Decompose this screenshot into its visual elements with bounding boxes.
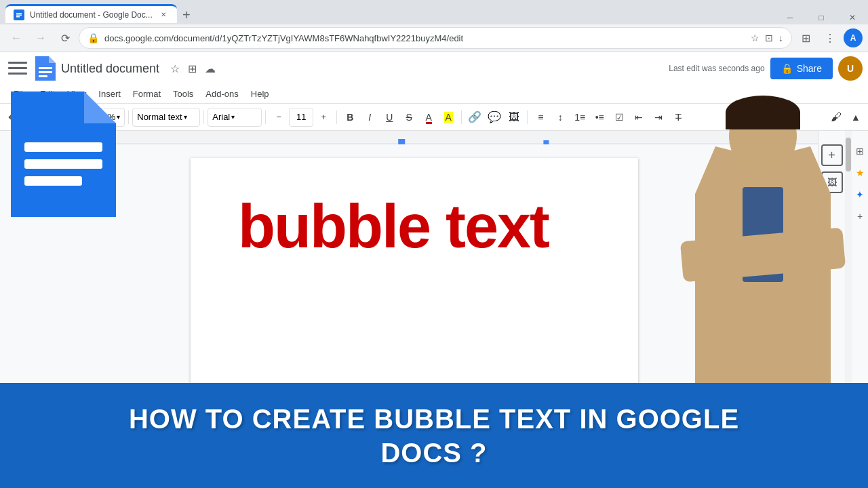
indent-decrease[interactable]: ⇤: [629, 108, 648, 127]
doc-scroll-area[interactable]: bubble text: [11, 144, 818, 384]
extensions-icon[interactable]: ⊞: [795, 27, 816, 49]
toolbar-expand[interactable]: ▲: [846, 108, 865, 127]
zoom-value: 100%: [93, 112, 115, 122]
menu-insert[interactable]: Insert: [93, 86, 126, 102]
redo-button[interactable]: ↪: [22, 108, 41, 127]
menu-help[interactable]: Help: [245, 86, 275, 102]
bookmark-icon[interactable]: ☆: [751, 33, 760, 43]
font-size-increase[interactable]: +: [314, 108, 333, 127]
back-button[interactable]: ←: [5, 27, 27, 49]
svg-rect-5: [8, 62, 27, 64]
menu-format[interactable]: Format: [127, 86, 166, 102]
highlight-color-button[interactable]: A: [439, 108, 458, 127]
comment-button[interactable]: 💬: [485, 108, 504, 127]
numbered-list-button[interactable]: 1≡: [570, 108, 589, 127]
star-icon[interactable]: ☆: [167, 60, 182, 78]
cloud-icon[interactable]: ☁: [202, 60, 218, 78]
panel-icon-2[interactable]: ★: [853, 166, 867, 180]
docs-logo[interactable]: [5, 56, 30, 81]
side-panel-icons: ⊞ ★ ✦ +: [852, 131, 868, 384]
svg-rect-13: [543, 140, 549, 144]
bottom-banner: HOW TO CREATE BUBBLE TEXT IN GOOGLE DOCS…: [0, 383, 868, 488]
user-avatar[interactable]: U: [838, 56, 863, 81]
share-button[interactable]: 🔒 Share: [770, 58, 833, 79]
save-icon[interactable]: ↓: [778, 33, 783, 43]
svg-rect-2: [16, 14, 22, 16]
line-spacing-button[interactable]: ↕: [551, 108, 570, 127]
zoom-selector[interactable]: 100% ▾: [88, 108, 125, 127]
spellcheck-button[interactable]: ✓: [62, 108, 81, 127]
docs-app: Untitled document ☆ ⊞ ☁ Last edit was se…: [0, 52, 868, 131]
cast-icon[interactable]: ⊡: [765, 33, 773, 43]
image-insert-button[interactable]: 🖼: [821, 171, 843, 193]
svg-rect-7: [8, 73, 27, 75]
svg-rect-6: [8, 67, 27, 69]
browser-chrome: Untitled document - Google Doc... ✕ + ─ …: [0, 0, 868, 52]
chrome-menu-icon[interactable]: ⋮: [819, 27, 841, 49]
font-chevron: ▾: [231, 113, 235, 121]
link-button[interactable]: 🔗: [465, 108, 484, 127]
bullet-list-button[interactable]: •≡: [590, 108, 609, 127]
docs-title-bar: Untitled document ☆ ⊞ ☁ Last edit was se…: [0, 52, 868, 85]
sep2: [128, 110, 129, 124]
sep1: [84, 110, 85, 124]
menu-tools[interactable]: Tools: [167, 86, 199, 102]
doc-content[interactable]: bubble text: [238, 192, 591, 262]
url-display: docs.google.com/document/d/1yQZTrTzYZTjV…: [104, 33, 745, 43]
panel-icon-4[interactable]: +: [853, 209, 867, 223]
vertical-scrollbar[interactable]: [845, 131, 852, 384]
font-size-field[interactable]: 11: [289, 108, 313, 127]
align-button[interactable]: ≡: [531, 108, 550, 127]
doc-title[interactable]: Untitled document: [61, 62, 159, 76]
image-button[interactable]: 🖼: [505, 108, 524, 127]
checklist-button[interactable]: ☑: [610, 108, 629, 127]
svg-rect-12: [398, 139, 405, 144]
tab-close-button[interactable]: ✕: [158, 9, 169, 20]
move-icon[interactable]: ⊞: [185, 60, 199, 78]
font-size-decrease[interactable]: −: [269, 108, 288, 127]
underline-button[interactable]: U: [380, 108, 399, 127]
panel-icon-1[interactable]: ⊞: [853, 144, 867, 158]
sep4: [265, 110, 266, 124]
maximize-button[interactable]: □: [806, 7, 837, 28]
style-selector[interactable]: Normal text ▾: [132, 108, 200, 127]
svg-rect-3: [16, 16, 20, 18]
docs-file-icon: [35, 56, 56, 81]
minimize-button[interactable]: ─: [774, 7, 806, 28]
menu-addons[interactable]: Add-ons: [200, 86, 243, 102]
indent-increase[interactable]: ⇥: [649, 108, 668, 127]
active-tab[interactable]: Untitled document - Google Doc... ✕: [5, 4, 177, 23]
menu-view[interactable]: View: [62, 86, 92, 102]
svg-rect-10: [39, 75, 47, 77]
page-margin-left: [0, 131, 11, 384]
tab-favicon: [14, 9, 24, 20]
close-button[interactable]: ✕: [837, 7, 868, 28]
profile-avatar[interactable]: A: [844, 28, 863, 47]
address-bar[interactable]: 🔒 docs.google.com/document/d/1yQZTrTzYZT…: [79, 27, 792, 49]
strikethrough-button[interactable]: S: [399, 108, 418, 127]
new-tab-button[interactable]: +: [177, 5, 196, 24]
text-color-button[interactable]: A: [419, 108, 438, 127]
add-block-button[interactable]: +: [821, 144, 843, 166]
menu-edit[interactable]: Edit: [35, 86, 60, 102]
font-value: Arial: [212, 112, 230, 122]
bold-button[interactable]: B: [340, 108, 359, 127]
sep7: [527, 110, 528, 124]
font-selector[interactable]: Arial ▾: [208, 108, 262, 127]
menu-file[interactable]: File: [8, 86, 33, 102]
doc-page[interactable]: bubble text: [191, 158, 638, 384]
undo-button[interactable]: ↩: [3, 108, 22, 127]
style-chevron: ▾: [184, 113, 187, 121]
clear-format-button[interactable]: T̶: [669, 108, 688, 127]
last-edit-label: Last edit was seconds ago: [669, 64, 764, 73]
scrollbar-thumb[interactable]: [846, 138, 851, 171]
print-button[interactable]: 🖨: [42, 108, 61, 127]
italic-button[interactable]: I: [360, 108, 379, 127]
paint-format-button[interactable]: 🖌: [827, 108, 846, 127]
banner-text: HOW TO CREATE BUBBLE TEXT IN GOOGLE DOCS…: [129, 402, 739, 470]
panel-icon-3[interactable]: ✦: [853, 188, 867, 201]
forward-button[interactable]: →: [30, 27, 52, 49]
refresh-button[interactable]: ⟳: [54, 27, 76, 49]
style-value: Normal text: [137, 112, 182, 122]
menu-bar: File Edit View Insert Format Tools Add-o…: [0, 85, 868, 104]
